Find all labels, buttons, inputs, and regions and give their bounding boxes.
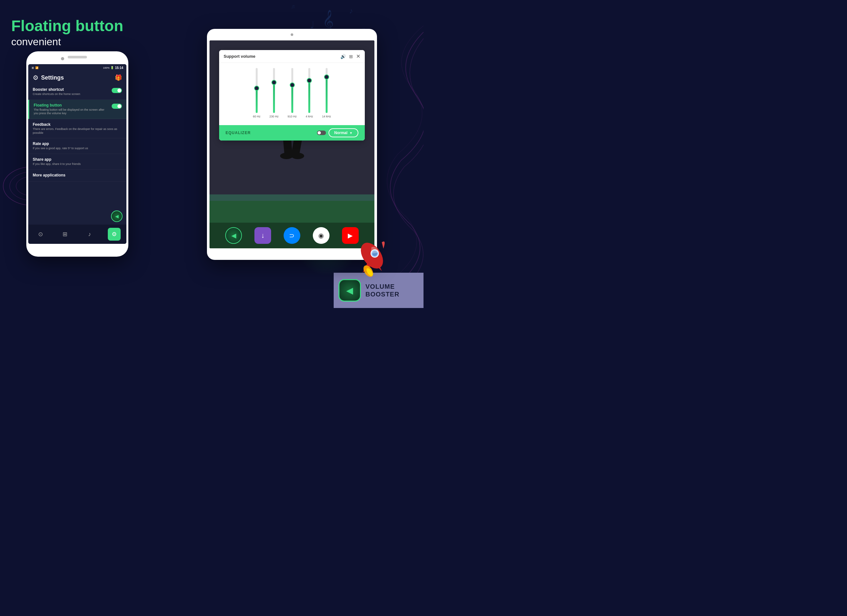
settings-item-booster-shortcut[interactable]: Booster shortcut Create shortcuts on the… [28, 84, 126, 100]
eq-track-910hz [291, 68, 293, 113]
eq-slider-60hz: 60 Hz [253, 68, 261, 119]
status-left: ▣ 📶 [31, 66, 38, 69]
feedback-title: Feedback [33, 122, 120, 127]
svg-point-12 [291, 153, 304, 159]
phone-mockup: ▣ 📶 100% 🔋 15:14 ⚙ Settings 🎁 Booster sh… [26, 51, 128, 257]
phone-screen: ▣ 📶 100% 🔋 15:14 ⚙ Settings 🎁 Booster sh… [28, 64, 126, 244]
eq-thumb-230hz[interactable] [272, 80, 277, 85]
eq-toggle-row: Normal ▼ [317, 129, 359, 137]
sliders-icon[interactable]: ⊞ [349, 54, 353, 59]
hero-title: Floating button convenient [11, 18, 123, 48]
popup-icons: 🔊 ⊞ ✕ [340, 53, 360, 59]
eq-track-4khz [308, 68, 310, 113]
popup-title: Support volume [224, 54, 255, 59]
status-bar: ▣ 📶 100% 🔋 15:14 [28, 64, 126, 71]
eq-enable-toggle[interactable] [317, 131, 326, 135]
eq-track-230hz [273, 68, 275, 113]
music-note-3: ♪ [349, 6, 353, 15]
eq-thumb-60hz[interactable] [254, 86, 259, 91]
phone-camera [61, 57, 64, 60]
eq-thumb-4khz[interactable] [307, 78, 312, 83]
tablet-mockup: Support volume 🔊 ⊞ ✕ [207, 29, 377, 260]
eq-preset-label: Normal [334, 131, 347, 135]
booster-shortcut-title: Booster shortcut [33, 87, 109, 92]
booster-shortcut-text: Booster shortcut Create shortcuts on the… [33, 87, 109, 96]
tablet-screen: Support volume 🔊 ⊞ ✕ [210, 40, 375, 248]
screen-icon: ▣ [31, 66, 34, 69]
eq-track-14khz [326, 68, 328, 113]
tablet-dock: ◀ ↓ ⊃ ◉ ▶ [210, 223, 375, 248]
phone-fab-button[interactable]: ◀ [111, 210, 122, 222]
booster-badge-text: VOLUME BOOSTER [366, 283, 419, 298]
tablet-camera [291, 33, 293, 36]
phone-speaker [68, 56, 87, 58]
gift-icon[interactable]: 🎁 [115, 74, 122, 81]
settings-item-rate-app[interactable]: Rate app If you see a good app, rate 5* … [28, 138, 126, 154]
eq-label-14khz: 14 kHz [322, 115, 331, 118]
settings-item-share-app[interactable]: Share app If you like app, share it to y… [28, 154, 126, 170]
eq-label-910hz: 910 Hz [288, 115, 297, 118]
feedback-text: Feedback There are errors. Feedback on t… [33, 122, 120, 135]
nav-equalizer-button[interactable]: ⊞ [59, 228, 72, 241]
nav-music-button[interactable]: ♪ [83, 228, 96, 241]
eq-sliders: 60 Hz 230 Hz [253, 68, 331, 119]
battery-text: 100% [103, 66, 109, 69]
eq-fill-910hz [291, 85, 293, 113]
dock-chrome-button[interactable]: ◉ [313, 227, 329, 244]
settings-item-more-apps[interactable]: More applications [28, 170, 126, 182]
booster-shortcut-desc: Create shortcuts on the home screen [33, 92, 109, 96]
hero-title-main: Floating button [11, 18, 123, 35]
eq-slider-910hz: 910 Hz [288, 68, 297, 119]
eq-slider-4khz: 4 kHz [306, 68, 313, 119]
phone-bottom-nav: ⊙ ⊞ ♪ ⚙ [28, 225, 126, 244]
eq-label-60hz: 60 Hz [253, 115, 261, 118]
eq-preset-button[interactable]: Normal ▼ [329, 129, 359, 137]
floating-button-text: Floating button The floating button will… [34, 103, 109, 115]
dock-messenger-button[interactable]: ⊃ [283, 227, 300, 244]
dock-download-button[interactable]: ↓ [254, 227, 271, 244]
popup-header: Support volume 🔊 ⊞ ✕ [219, 50, 365, 63]
rate-app-title: Rate app [33, 142, 120, 146]
settings-item-feedback[interactable]: Feedback There are errors. Feedback on t… [28, 119, 126, 138]
dropdown-arrow-icon: ▼ [350, 131, 353, 135]
floating-button-desc: The floating button will be displayed on… [34, 108, 109, 115]
tablet-background: Support volume 🔊 ⊞ ✕ [210, 40, 375, 248]
rate-app-text: Rate app If you see a good app, rate 5* … [33, 142, 120, 151]
more-apps-title: More applications [33, 173, 120, 177]
share-app-desc: If you like app, share it to your friend… [33, 162, 120, 166]
eq-slider-14khz: 14 kHz [322, 68, 331, 119]
nav-settings-button[interactable]: ⚙ [108, 228, 121, 241]
settings-header: ⚙ Settings 🎁 [28, 71, 126, 84]
eq-controls: EQUALIZER Normal ▼ [219, 125, 365, 140]
settings-list: Booster shortcut Create shortcuts on the… [28, 84, 126, 182]
settings-title: Settings [41, 74, 115, 81]
settings-gear-icon: ⚙ [33, 74, 38, 81]
eq-fill-60hz [256, 88, 258, 113]
floating-button-toggle[interactable] [112, 103, 122, 109]
booster-app-icon: ◀ [338, 279, 361, 301]
eq-label-text: EQUALIZER [226, 131, 251, 135]
share-app-title: Share app [33, 157, 120, 162]
eq-thumb-910hz[interactable] [290, 83, 295, 87]
booster-shortcut-toggle[interactable] [112, 88, 122, 93]
more-apps-text: More applications [33, 173, 120, 178]
eq-track-60hz [256, 68, 258, 113]
eq-thumb-14khz[interactable] [324, 74, 329, 80]
volume-icon[interactable]: 🔊 [340, 54, 346, 59]
eq-fill-14khz [326, 77, 328, 113]
rate-app-desc: If you see a good app, rate 5* to suppor… [33, 146, 120, 151]
equalizer-area: 60 Hz 230 Hz [219, 63, 365, 125]
svg-point-11 [280, 153, 293, 159]
settings-item-floating-button[interactable]: Floating button The floating button will… [28, 100, 126, 119]
share-app-text: Share app If you like app, share it to y… [33, 157, 120, 166]
dock-volume-button[interactable]: ◀ [225, 227, 242, 244]
eq-fill-4khz [308, 81, 310, 113]
close-button[interactable]: ✕ [356, 53, 360, 59]
nav-volume-button[interactable]: ⊙ [34, 228, 47, 241]
eq-slider-230hz: 230 Hz [270, 68, 279, 119]
eq-fill-230hz [273, 83, 275, 113]
eq-label-230hz: 230 Hz [270, 115, 279, 118]
battery-icon: 🔋 [111, 66, 114, 69]
music-note-5: ♬ [291, 3, 295, 10]
status-right: 100% 🔋 15:14 [103, 66, 123, 69]
